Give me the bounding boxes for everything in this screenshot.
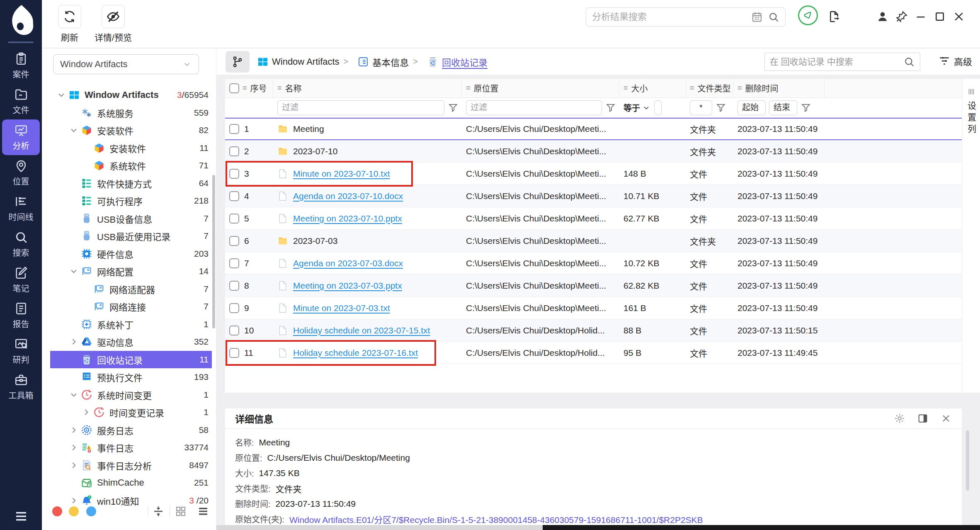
tree-item-Window Artifacts[interactable]: Window Artifacts3/65954: [42, 86, 212, 104]
tree-item-USB最近使用记录[interactable]: USB最近使用记录7: [42, 227, 212, 245]
tree-item-系统服务[interactable]: 系统服务559: [42, 104, 212, 122]
tree-item-安装软件[interactable]: 安装软件11: [42, 139, 212, 157]
collapse-panel-icon[interactable]: [152, 505, 165, 518]
gear-icon[interactable]: [894, 413, 905, 424]
column-header-deleted[interactable]: 删除时间: [745, 82, 779, 94]
table-search-box[interactable]: [764, 53, 920, 71]
artifact-selector-dropdown[interactable]: Window Artifacts: [53, 54, 199, 74]
tree-item-系统时间变更[interactable]: 系统时间变更1: [42, 386, 212, 404]
column-header-num[interactable]: 序号: [250, 82, 267, 94]
panel-toggle-icon[interactable]: [917, 413, 929, 424]
tree-item-软件快捷方式[interactable]: 软件快捷方式64: [42, 175, 212, 192]
row-checkbox[interactable]: [229, 146, 239, 156]
yellow-dot-filter[interactable]: [69, 506, 79, 516]
tree-item-事件日志分析[interactable]: 事件日志分析8497: [42, 457, 212, 474]
tree-item-驱动信息[interactable]: 驱动信息352: [42, 333, 212, 351]
funnel-icon[interactable]: [716, 102, 726, 113]
detail-value-link[interactable]: Window Artifacts.E01/分区7/$Recycle.Bin/S-…: [289, 513, 703, 525]
sidebar-item-case[interactable]: 案件: [2, 48, 40, 84]
row-checkbox[interactable]: [229, 258, 239, 268]
size-filter-input[interactable]: [654, 100, 662, 115]
maximize-icon[interactable]: [933, 10, 946, 23]
row-checkbox[interactable]: [229, 303, 239, 313]
close-icon[interactable]: [952, 10, 965, 23]
close-details-icon[interactable]: [940, 413, 952, 424]
red-dot-filter[interactable]: [52, 506, 62, 516]
tree-item-网络适配器[interactable]: 网络适配器7: [42, 280, 212, 298]
sidebar-item-toolbox[interactable]: 工具箱: [2, 369, 40, 405]
column-settings-strip[interactable]: 设置列: [962, 79, 980, 393]
table-row[interactable]: 3Minute on 2023-07-10.txtC:\Users\Elvis …: [225, 163, 962, 185]
table-row[interactable]: 62023-07-03C:\Users\Elvis Chui\Desktop\M…: [225, 230, 962, 252]
list-view-icon[interactable]: [197, 505, 209, 518]
rail-menu-icon[interactable]: [0, 509, 42, 523]
minimize-icon[interactable]: [914, 10, 927, 23]
tree-item-服务日志[interactable]: 服务日志58: [42, 421, 212, 439]
funnel-icon[interactable]: [800, 102, 811, 113]
name-filter-input[interactable]: [277, 100, 444, 115]
size-operator-select[interactable]: 等于: [623, 102, 651, 114]
preview-toggle-button[interactable]: 详情/预览: [88, 5, 138, 43]
advanced-search-button[interactable]: 高级: [938, 54, 972, 68]
column-header-type[interactable]: 文件类型: [698, 82, 731, 94]
table-row[interactable]: 1MeetingC:/Users/Elvis Chui/Desktop/Meet…: [225, 118, 962, 140]
file-name-link[interactable]: Holiday schedule 2023-07-16.txt: [293, 348, 418, 358]
sidebar-item-analysis[interactable]: 分析: [2, 119, 40, 155]
table-row[interactable]: 9Minute on 2023-07-03.txtC:\Users\Elvis …: [225, 297, 962, 319]
sidebar-item-notes[interactable]: 笔记: [2, 262, 40, 298]
calendar-icon[interactable]: [751, 11, 763, 23]
table-row[interactable]: 5Meeting on 2023-07-10.pptxC:\Users\Elvi…: [225, 207, 962, 230]
sidebar-item-timeline[interactable]: 时间线: [2, 191, 40, 226]
row-checkbox[interactable]: [229, 326, 239, 336]
row-checkbox[interactable]: [229, 236, 239, 246]
funnel-icon[interactable]: [448, 102, 458, 113]
row-checkbox[interactable]: [229, 281, 239, 291]
row-checkbox[interactable]: [229, 169, 239, 179]
file-name-link[interactable]: Minute on 2023-07-03.txt: [293, 303, 390, 313]
tree-item-回收站记录[interactable]: 回收站记录11: [50, 351, 212, 369]
time-start-input[interactable]: [737, 100, 766, 115]
select-all-checkbox[interactable]: [229, 83, 239, 93]
table-row[interactable]: 4Agenda on 2023-07-10.docxC:\Users\Elvis…: [225, 185, 962, 207]
tree-item-ShimCache[interactable]: ShimCache251: [42, 474, 212, 492]
table-search-input[interactable]: [770, 57, 900, 67]
table-row[interactable]: 22023-07-10C:\Users\Elvis Chui\Desktop\M…: [225, 140, 962, 163]
refresh-button[interactable]: 刷新: [51, 5, 88, 43]
time-end-input[interactable]: [769, 100, 797, 115]
sidebar-item-files[interactable]: 文件: [2, 84, 40, 119]
tree-scrollbar[interactable]: [212, 175, 215, 328]
tree-item-事件日志[interactable]: 事件日志33774: [42, 439, 212, 457]
file-name-link[interactable]: Meeting on 2023-07-03.pptx: [293, 281, 402, 291]
table-row[interactable]: 7Agenda on 2023-07-03.docxC:\Users\Elvis…: [225, 252, 962, 275]
sidebar-item-search[interactable]: 搜索: [2, 226, 40, 262]
tree-item-时间变更记录[interactable]: 时间变更记录1: [42, 404, 212, 421]
column-header-name[interactable]: 名称: [285, 82, 302, 94]
notification-ring-button[interactable]: [798, 5, 818, 25]
tree-item-USB设备信息[interactable]: USB设备信息7: [42, 210, 212, 228]
sidebar-item-report[interactable]: 报告: [2, 298, 40, 333]
table-row[interactable]: 11Holiday schedule 2023-07-16.txtC:/User…: [225, 342, 962, 364]
file-name-link[interactable]: Minute on 2023-07-10.txt: [293, 169, 390, 179]
file-name-link[interactable]: Agenda on 2023-07-10.docx: [293, 191, 403, 201]
row-checkbox[interactable]: [229, 124, 239, 134]
grid-view-icon[interactable]: [175, 505, 187, 518]
details-scrollbar[interactable]: [966, 430, 969, 491]
breadcrumb-recycle-records[interactable]: 回收站记录: [442, 55, 488, 68]
row-checkbox[interactable]: [229, 191, 239, 201]
pin-icon[interactable]: [895, 10, 908, 23]
column-header-size[interactable]: 大小: [631, 82, 648, 94]
sidebar-item-location[interactable]: 位置: [2, 155, 40, 191]
tree-item-安装软件[interactable]: 安装软件82: [42, 122, 212, 139]
search-icon[interactable]: [903, 56, 915, 68]
tree-view-toggle-button[interactable]: [226, 51, 250, 73]
file-name-link[interactable]: Agenda on 2023-07-03.docx: [293, 258, 403, 268]
blue-dot-filter[interactable]: [86, 506, 96, 516]
tree-item-系统补丁[interactable]: 系统补丁1: [42, 316, 212, 333]
column-header-path[interactable]: 原位置: [474, 82, 499, 94]
tree-item-网络配置[interactable]: 网络配置14: [42, 263, 212, 280]
row-checkbox[interactable]: [229, 348, 239, 358]
file-name-link[interactable]: Holiday schedule on 2023-07-15.txt: [293, 326, 430, 336]
table-row[interactable]: 10Holiday schedule on 2023-07-15.txtC:/U…: [225, 319, 962, 342]
user-icon[interactable]: [876, 10, 889, 23]
path-filter-input[interactable]: [466, 100, 602, 115]
